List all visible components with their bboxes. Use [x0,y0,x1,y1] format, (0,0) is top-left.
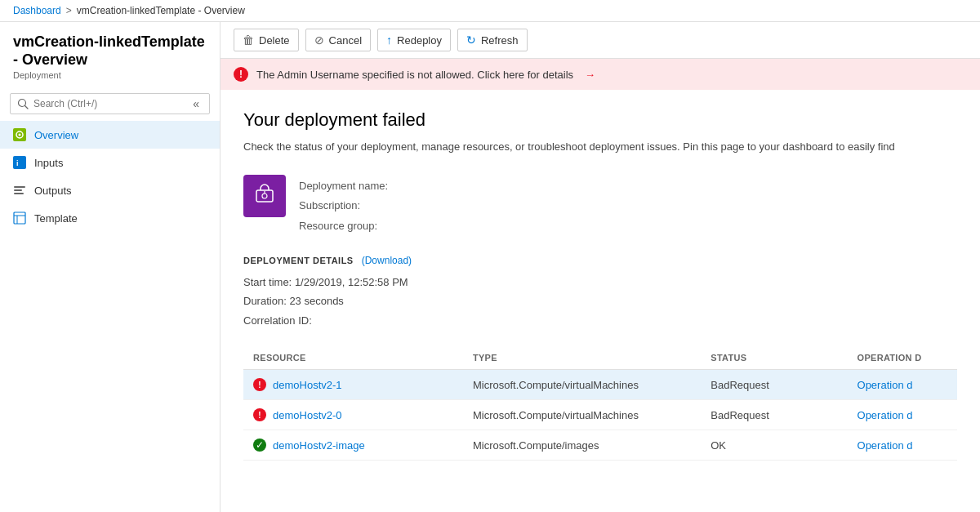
sidebar: vmCreation-linkedTemplate - Overview Dep… [0,22,220,512]
error-message: The Admin Username specified is not allo… [256,69,573,81]
sidebar-item-outputs[interactable]: Outputs [0,176,220,204]
status-cell: BadRequest [701,370,847,400]
sidebar-label-overview: Overview [34,129,78,141]
svg-rect-7 [14,212,25,224]
delete-icon: 🗑 [243,33,254,47]
cancel-button[interactable]: ⊘ Cancel [305,29,371,51]
status-cell: BadRequest [701,400,847,430]
col-header-type: TYPE [463,346,701,370]
delete-label: Delete [259,34,290,47]
redeploy-button[interactable]: ↑ Redeploy [377,29,451,51]
resource-table: RESOURCE TYPE STATUS OPERATION D ! demoH… [243,346,957,461]
sidebar-item-overview[interactable]: Overview [0,121,220,149]
operation-cell: Operation d [848,430,957,461]
breadcrumb-home[interactable]: Dashboard [13,5,61,16]
sidebar-subtitle: Deployment [13,70,207,80]
table-row: ! demoHostv2-1 Microsoft.Compute/virtual… [243,370,957,400]
deployment-card: Deployment name: Subscription: Resource … [243,175,957,235]
deployment-description: Check the status of your deployment, man… [243,139,957,155]
content-scroll: Your deployment failed Check the status … [220,90,980,512]
svg-point-11 [262,194,267,198]
status-cell: OK [701,430,847,461]
col-header-operation: OPERATION D [848,346,957,370]
svg-rect-5 [13,156,26,169]
refresh-label: Refresh [481,34,519,47]
details-header: DEPLOYMENT DETAILS (Download) [243,255,957,266]
sidebar-item-template[interactable]: Template [0,204,220,232]
deployment-logo-icon [252,184,277,208]
toolbar: 🗑 Delete ⊘ Cancel ↑ Redeploy ↻ Refresh [220,22,980,59]
cancel-label: Cancel [329,34,362,47]
search-icon [17,98,29,109]
inputs-icon: i [13,156,26,169]
resource-group-label: Resource group: [299,218,388,235]
type-cell: Microsoft.Compute/images [463,430,701,461]
start-time-label: Start time: [243,276,292,288]
duration-label: Duration: [243,295,287,307]
error-banner[interactable]: ! The Admin Username specified is not al… [220,59,980,90]
status-error-icon: ! [253,378,266,391]
type-cell: Microsoft.Compute/virtualMachines [463,370,701,400]
outputs-icon [13,184,26,197]
download-link[interactable]: (Download) [362,255,412,266]
duration-value: 23 seconds [289,295,344,307]
sidebar-label-inputs: Inputs [34,157,63,169]
resource-link[interactable]: demoHostv2-1 [273,379,342,391]
sidebar-title: vmCreation-linkedTemplate - Overview [13,33,207,69]
svg-text:i: i [16,159,19,167]
sidebar-label-outputs: Outputs [34,185,72,197]
col-header-resource: RESOURCE [243,346,463,370]
breadcrumb: Dashboard > vmCreation-linkedTemplate - … [0,0,980,22]
table-row: ✓ demoHostv2-image Microsoft.Compute/ima… [243,430,957,461]
start-time-value: 1/29/2019, 12:52:58 PM [295,276,408,288]
breadcrumb-sep1: > [66,5,72,16]
content-area: 🗑 Delete ⊘ Cancel ↑ Redeploy ↻ Refresh !… [220,22,980,512]
error-icon: ! [234,67,248,82]
search-box[interactable]: « [10,93,210,114]
deployment-logo [243,175,286,217]
operation-link[interactable]: Operation d [858,379,913,391]
operation-cell: Operation d [848,370,957,400]
resource-link[interactable]: demoHostv2-image [273,439,365,452]
resource-link[interactable]: demoHostv2-0 [273,409,342,421]
details-rows: Start time: 1/29/2019, 12:52:58 PM Durat… [243,273,957,330]
details-title: DEPLOYMENT DETAILS [243,256,354,265]
redeploy-label: Redeploy [397,34,442,47]
correlation-label: Correlation ID: [243,314,312,327]
cancel-icon: ⊘ [314,33,324,47]
refresh-button[interactable]: ↻ Refresh [457,29,528,51]
col-header-status: STATUS [701,346,847,370]
redeploy-icon: ↑ [386,33,392,47]
collapse-button[interactable]: « [189,97,203,110]
details-section: DEPLOYMENT DETAILS (Download) Start time… [243,255,957,330]
template-icon [13,211,26,225]
deployment-name-label: Deployment name: [299,178,388,195]
operation-link[interactable]: Operation d [858,409,913,421]
status-ok-icon: ✓ [253,439,266,452]
deployment-info: Deployment name: Subscription: Resource … [299,175,388,235]
operation-link[interactable]: Operation d [858,439,913,452]
svg-point-4 [19,134,21,136]
search-input[interactable] [33,98,185,109]
subscription-label: Subscription: [299,198,388,215]
table-row: ! demoHostv2-0 Microsoft.Compute/virtual… [243,400,957,430]
resource-cell: ! demoHostv2-0 [243,400,463,430]
start-time-row: Start time: 1/29/2019, 12:52:58 PM [243,273,957,292]
correlation-row: Correlation ID: [243,311,957,330]
resource-cell: ✓ demoHostv2-image [243,430,463,461]
error-arrow: → [585,69,595,81]
type-cell: Microsoft.Compute/virtualMachines [463,400,701,430]
operation-cell: Operation d [848,400,957,430]
nav-items: Overview i Inputs Output [0,121,220,512]
duration-row: Duration: 23 seconds [243,292,957,310]
svg-line-1 [25,106,29,109]
refresh-icon: ↻ [466,33,476,47]
sidebar-item-inputs[interactable]: i Inputs [0,149,220,176]
sidebar-header: vmCreation-linkedTemplate - Overview Dep… [0,22,220,87]
resource-cell: ! demoHostv2-1 [243,370,463,400]
status-error-icon: ! [253,408,266,421]
delete-button[interactable]: 🗑 Delete [234,29,299,51]
sidebar-label-template: Template [34,212,78,225]
breadcrumb-current: vmCreation-linkedTemplate - Overview [77,5,245,16]
deployment-title: Your deployment failed [243,109,957,131]
